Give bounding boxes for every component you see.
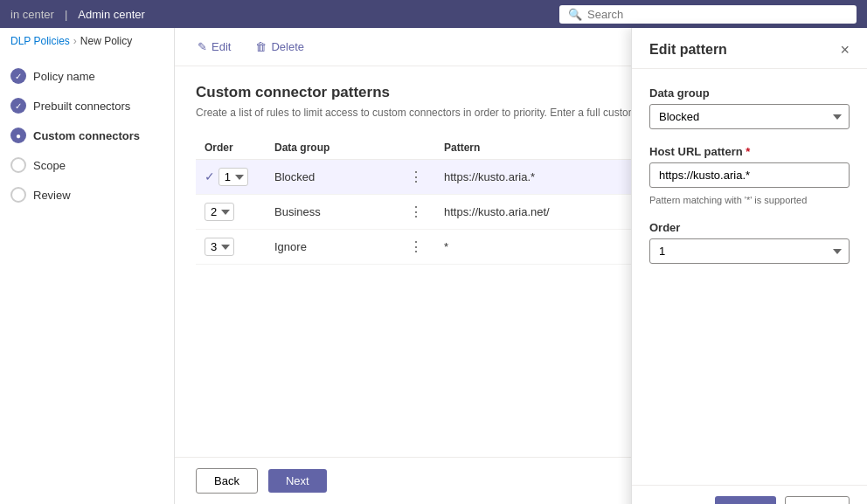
data-group-select[interactable]: BlockedBusinessIgnore <box>649 104 850 129</box>
dots-cell: ⋮ <box>397 230 435 265</box>
search-input[interactable] <box>587 8 848 21</box>
host-url-input[interactable] <box>649 162 850 188</box>
data-group-cell: Ignore <box>266 230 397 265</box>
topbar: in center | Admin center 🔍 <box>0 0 867 28</box>
breadcrumb: DLP Policies › New Policy <box>0 28 174 54</box>
search-container: 🔍 <box>559 5 857 24</box>
col-header-datagroup: Data group <box>266 136 397 160</box>
delete-label: Delete <box>271 40 304 53</box>
nav-label-prebuilt: Prebuilt connectors <box>33 100 130 113</box>
delete-icon: 🗑 <box>255 40 267 53</box>
panel-title: Edit pattern <box>649 42 727 58</box>
nav-label-scope: Scope <box>33 159 66 172</box>
search-icon: 🔍 <box>568 8 582 21</box>
panel-header: Edit pattern × <box>632 28 867 69</box>
order-select-row[interactable]: 1 <box>218 168 248 186</box>
data-group-label: Data group <box>649 86 850 100</box>
order-cell: ✓ 1 <box>196 160 266 195</box>
data-group-field: Data group BlockedBusinessIgnore <box>649 86 850 129</box>
order-field: Order 123 <box>649 221 850 264</box>
breadcrumb-parent[interactable]: DLP Policies <box>10 35 70 47</box>
order-cell: 3 <box>196 230 266 265</box>
order-select-row[interactable]: 3 <box>205 238 234 256</box>
row-check-icon: ✓ <box>205 169 215 183</box>
row-options-button[interactable]: ⋮ <box>406 202 427 222</box>
panel-footer: Save Cancel <box>632 485 867 504</box>
nav-icon-scope <box>10 157 26 173</box>
order-select[interactable]: 123 <box>649 238 850 264</box>
nav-icon-review <box>10 187 26 203</box>
order-cell: 2 <box>196 195 266 230</box>
delete-button[interactable]: 🗑 Delete <box>250 37 309 57</box>
nav-label-review: Review <box>33 189 71 202</box>
dots-cell: ⋮ <box>397 195 435 230</box>
nav-icon-prebuilt: ✓ <box>10 98 26 114</box>
cancel-button[interactable]: Cancel <box>785 496 850 504</box>
host-url-label: Host URL pattern * <box>649 145 850 158</box>
edit-button[interactable]: ✎ Edit <box>192 37 236 57</box>
edit-panel: Edit pattern × Data group BlockedBusines… <box>631 28 867 504</box>
topbar-separator: | <box>65 8 67 21</box>
edit-label: Edit <box>212 40 231 53</box>
sidebar-item-custom-connectors[interactable]: ● Custom connectors <box>0 121 174 150</box>
sidebar: DLP Policies › New Policy ✓ Policy name … <box>0 28 175 504</box>
sidebar-item-scope[interactable]: Scope <box>0 150 174 180</box>
nav-items: ✓ Policy name ✓ Prebuilt connectors ● Cu… <box>0 54 174 504</box>
row-options-button[interactable]: ⋮ <box>406 167 427 187</box>
breadcrumb-separator: › <box>73 35 77 47</box>
sidebar-item-policy-name[interactable]: ✓ Policy name <box>0 61 174 91</box>
data-group-cell: Blocked <box>266 160 397 195</box>
sidebar-item-prebuilt-connectors[interactable]: ✓ Prebuilt connectors <box>0 91 174 121</box>
topbar-prefix: in center <box>10 8 54 21</box>
breadcrumb-current: New Policy <box>80 35 132 47</box>
edit-icon: ✎ <box>198 40 207 53</box>
save-button[interactable]: Save <box>715 496 776 504</box>
data-group-cell: Business <box>266 195 397 230</box>
row-options-button[interactable]: ⋮ <box>406 237 427 257</box>
main-wrapper: DLP Policies › New Policy ✓ Policy name … <box>0 28 867 504</box>
next-button[interactable]: Next <box>268 469 327 493</box>
back-button[interactable]: Back <box>196 468 258 494</box>
topbar-title: Admin center <box>78 8 145 21</box>
nav-icon-custom: ● <box>10 128 26 143</box>
dots-cell: ⋮ <box>397 160 435 195</box>
order-label: Order <box>649 221 850 234</box>
required-marker: * <box>746 145 750 158</box>
host-url-field: Host URL pattern * Pattern matching with… <box>649 145 850 205</box>
nav-icon-policy-name: ✓ <box>10 68 26 84</box>
col-header-actions <box>397 136 435 160</box>
nav-label-custom: Custom connectors <box>33 129 140 142</box>
nav-label-policy-name: Policy name <box>33 70 95 83</box>
col-header-order: Order <box>196 136 266 160</box>
panel-close-button[interactable]: × <box>840 42 850 58</box>
sidebar-item-review[interactable]: Review <box>0 180 174 210</box>
panel-body: Data group BlockedBusinessIgnore Host UR… <box>632 69 867 485</box>
order-select-row[interactable]: 2 <box>205 203 234 221</box>
host-url-hint: Pattern matching with '*' is supported <box>649 195 850 205</box>
